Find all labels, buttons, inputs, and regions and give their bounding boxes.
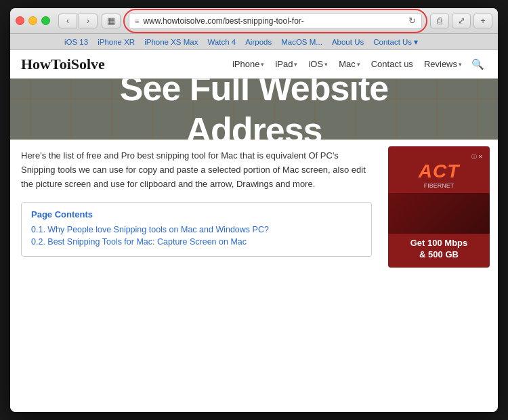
tab-link-aboutus[interactable]: About Us	[332, 38, 364, 46]
add-tab-button[interactable]: +	[473, 14, 492, 28]
site-header: HowToiSolve iPhone ▾ iPad ▾ iOS ▾ Mac ▾	[10, 50, 498, 79]
tab-bar: iOS 13 iPhone XR iPhone XS Max Watch 4 A…	[10, 34, 498, 50]
map-overlay: See Full Website Address	[10, 79, 498, 140]
tab-link-macos[interactable]: MacOS M...	[281, 38, 322, 46]
maximize-button[interactable]	[41, 16, 50, 25]
search-icon[interactable]: 🔍	[469, 56, 487, 73]
site-logo: HowToiSolve	[21, 56, 105, 73]
ad-offer-line2: & 500 GB	[395, 249, 483, 261]
nav-buttons: ‹ ›	[58, 14, 98, 28]
tab-link-iphonexr[interactable]: iPhone XR	[98, 38, 135, 46]
page-contents-box: Page Contents 0.1. Why People love Snipp…	[21, 202, 372, 257]
address-bar-container: ≡ www.howtoisolve.com/best-snipping-tool…	[129, 13, 422, 29]
content-left: Here's the list of free and Pro best sni…	[10, 140, 383, 412]
share-button[interactable]: ⎙	[430, 14, 449, 28]
site-nav: iPhone ▾ iPad ▾ iOS ▾ Mac ▾ Contact us	[228, 56, 487, 73]
ad-subtext: FIBERNET	[395, 182, 483, 189]
forward-button[interactable]: ›	[79, 14, 98, 28]
page-contents-item-1[interactable]: 0.1. Why People love Snipping tools on M…	[31, 225, 362, 234]
map-area: See Full Website Address	[10, 79, 498, 140]
chevron-down-icon: ▾	[357, 61, 360, 68]
url-text: www.howtoisolve.com/best-snipping-tool-f…	[143, 16, 404, 26]
ad-label[interactable]: ⓘ ✕	[395, 153, 483, 161]
overlay-line1: See Full Website	[120, 79, 388, 109]
address-bar[interactable]: ≡ www.howtoisolve.com/best-snipping-tool…	[129, 13, 422, 29]
page-contents-item-2[interactable]: 0.2. Best Snipping Tools for Mac: Captur…	[31, 237, 362, 247]
chevron-down-icon: ▾	[261, 61, 264, 68]
title-bar: ‹ › ▦ ≡ www.howtoisolve.com/best-snippin…	[10, 8, 498, 34]
minimize-button[interactable]	[28, 16, 37, 25]
tab-link-ios13[interactable]: iOS 13	[64, 38, 88, 46]
tab-link-iphonexsmax[interactable]: iPhone XS Max	[144, 38, 198, 46]
reload-icon[interactable]: ↻	[408, 16, 416, 26]
overlay-text: See Full Website Address	[120, 79, 388, 140]
ad-logo: ACT	[395, 162, 483, 181]
nav-item-reviews[interactable]: Reviews ▾	[420, 56, 466, 72]
website-content: HowToiSolve iPhone ▾ iPad ▾ iOS ▾ Mac ▾	[10, 50, 498, 412]
back-button[interactable]: ‹	[58, 14, 77, 28]
browser-window: ‹ › ▦ ≡ www.howtoisolve.com/best-snippin…	[10, 8, 498, 412]
fullscreen-button[interactable]: ⤢	[452, 14, 471, 28]
advertisement-box: ⓘ ✕ ACT FIBERNET Get 100 Mbps & 500 GB	[388, 146, 490, 268]
traffic-lights	[16, 16, 50, 25]
chevron-down-icon: ▾	[459, 61, 462, 68]
main-content: Here's the list of free and Pro best sni…	[10, 140, 498, 412]
ad-image	[388, 193, 490, 234]
chevron-down-icon: ▾	[324, 61, 328, 68]
tab-link-contactus[interactable]: Contact Us ▾	[373, 37, 418, 47]
article-description: Here's the list of free and Pro best sni…	[21, 149, 372, 191]
tab-link-airpods[interactable]: Airpods	[245, 38, 272, 46]
close-button[interactable]	[16, 16, 24, 25]
view-icon-button[interactable]: ▦	[102, 14, 121, 28]
nav-item-iphone[interactable]: iPhone ▾	[228, 56, 268, 72]
overlay-line2: Address	[120, 109, 388, 140]
nav-item-mac[interactable]: Mac ▾	[335, 56, 364, 72]
ad-offer-line1: Get 100 Mbps	[395, 238, 483, 249]
content-right: ⓘ ✕ ACT FIBERNET Get 100 Mbps & 500 GB	[383, 140, 498, 412]
nav-item-ios[interactable]: iOS ▾	[304, 56, 332, 72]
ad-logo-text: ACT	[419, 161, 460, 182]
right-bar-buttons: ⎙ ⤢ +	[430, 14, 492, 28]
ad-offer: Get 100 Mbps & 500 GB	[395, 238, 483, 261]
tab-link-watch4[interactable]: Watch 4	[207, 38, 236, 46]
nav-item-contact[interactable]: Contact us	[367, 56, 417, 72]
nav-item-ipad[interactable]: iPad ▾	[271, 56, 301, 72]
page-contents-title: Page Contents	[31, 209, 362, 219]
chevron-down-icon: ▾	[294, 61, 297, 68]
